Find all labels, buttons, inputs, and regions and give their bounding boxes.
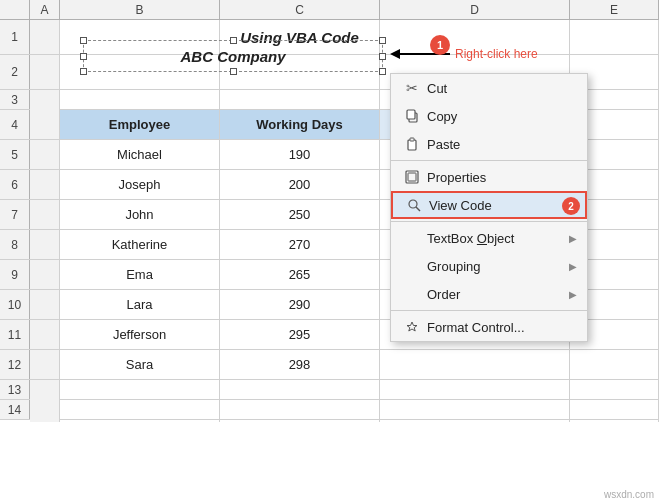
cell-4b-employee: Employee xyxy=(60,110,220,139)
svg-rect-3 xyxy=(410,138,414,141)
cell-12b: Sara xyxy=(60,350,220,379)
menu-view-code-label: View Code xyxy=(429,198,575,213)
menu-item-textbox-object[interactable]: TextBox Object ▶ xyxy=(391,224,587,252)
spreadsheet: A B C D E 1 Using VBA Code 2 3 xyxy=(0,0,659,503)
properties-icon xyxy=(401,170,423,184)
row-num-12: 12 xyxy=(0,350,30,379)
cell-6a xyxy=(30,170,60,199)
textbox-object-arrow-icon: ▶ xyxy=(569,233,577,244)
menu-item-view-code[interactable]: View Code 2 xyxy=(391,191,587,219)
col-header-b: B xyxy=(60,0,220,19)
cell-13e xyxy=(570,380,659,402)
paste-icon xyxy=(401,137,423,151)
abc-company-textbox[interactable]: ABC Company xyxy=(83,40,383,72)
cell-14c xyxy=(220,400,380,422)
format-control-icon xyxy=(401,320,423,334)
badge-2: 2 xyxy=(562,197,580,215)
row-num-7: 7 xyxy=(0,200,30,229)
cell-7c: 250 xyxy=(220,200,380,229)
cell-13b xyxy=(60,380,220,402)
menu-divider-2 xyxy=(391,221,587,222)
grouping-arrow-icon: ▶ xyxy=(569,261,577,272)
row-num-10: 10 xyxy=(0,290,30,319)
row-num-13: 13 xyxy=(0,380,30,399)
arrowhead-icon xyxy=(390,49,400,59)
row-num-11: 11 xyxy=(0,320,30,349)
row-num-2: 2 xyxy=(0,55,30,89)
row-num-14: 14 xyxy=(0,400,30,419)
watermark: wsxdn.com xyxy=(604,489,654,500)
menu-grouping-label: Grouping xyxy=(427,259,569,274)
svg-rect-1 xyxy=(407,110,415,119)
menu-item-properties[interactable]: Properties xyxy=(391,163,587,191)
menu-divider-1 xyxy=(391,160,587,161)
cell-10c: 290 xyxy=(220,290,380,319)
menu-item-grouping[interactable]: Grouping ▶ xyxy=(391,252,587,280)
row-14: 14 xyxy=(0,400,659,420)
corner-cell xyxy=(0,0,30,19)
badge-1: 1 xyxy=(430,35,450,55)
cut-icon: ✂ xyxy=(401,80,423,96)
cell-12a xyxy=(30,350,60,379)
cell-5a xyxy=(30,140,60,169)
col-header-d: D xyxy=(380,0,570,19)
menu-order-label: Order xyxy=(427,287,569,302)
col-header-a: A xyxy=(30,0,60,19)
cell-14d xyxy=(380,400,570,422)
cell-6b-joseph: Joseph xyxy=(60,170,220,199)
cell-11b-jefferson: Jefferson xyxy=(60,320,220,349)
cell-13c xyxy=(220,380,380,402)
menu-cut-label: Cut xyxy=(427,81,577,96)
cell-3c xyxy=(220,90,380,112)
cell-14b xyxy=(60,400,220,422)
row-num-1: 1 xyxy=(0,20,30,54)
cell-4a xyxy=(30,110,60,139)
cell-8c: 270 xyxy=(220,230,380,259)
cell-13a xyxy=(30,380,60,402)
cell-10b: Lara xyxy=(60,290,220,319)
textbox-abc-label: ABC Company xyxy=(180,48,285,65)
menu-format-control-label: Format Control... xyxy=(427,320,577,335)
svg-rect-5 xyxy=(408,173,416,181)
row-13: 13 xyxy=(0,380,659,400)
menu-item-format-control[interactable]: Format Control... xyxy=(391,313,587,341)
row-num-3: 3 xyxy=(0,90,30,109)
menu-item-paste[interactable]: Paste xyxy=(391,130,587,158)
cell-5c: 190 xyxy=(220,140,380,169)
handle-top-right[interactable] xyxy=(379,37,386,44)
menu-item-copy[interactable]: Copy xyxy=(391,102,587,130)
cell-4c-working-days: Working Days xyxy=(220,110,380,139)
menu-item-cut[interactable]: ✂ Cut xyxy=(391,74,587,102)
handle-bot-mid[interactable] xyxy=(230,68,237,75)
cell-9c: 265 xyxy=(220,260,380,289)
cell-8a xyxy=(30,230,60,259)
handle-top-left[interactable] xyxy=(80,37,87,44)
menu-item-order[interactable]: Order ▶ xyxy=(391,280,587,308)
context-menu: ✂ Cut Copy Paste xyxy=(390,73,588,342)
row-num-8: 8 xyxy=(0,230,30,259)
cell-5b: Michael xyxy=(60,140,220,169)
cell-12e xyxy=(570,350,659,379)
menu-properties-label: Properties xyxy=(427,170,577,185)
handle-bot-right[interactable] xyxy=(379,68,386,75)
row-num-4: 4 xyxy=(0,110,30,139)
view-code-icon xyxy=(403,198,425,212)
cell-9a xyxy=(30,260,60,289)
cell-9b: Ema xyxy=(60,260,220,289)
cell-11a xyxy=(30,320,60,349)
handle-mid-right[interactable] xyxy=(379,53,386,60)
menu-paste-label: Paste xyxy=(427,137,577,152)
cell-12d xyxy=(380,350,570,379)
cell-6c: 200 xyxy=(220,170,380,199)
cell-13d xyxy=(380,380,570,402)
row-num-6: 6 xyxy=(0,170,30,199)
cell-14a xyxy=(30,400,60,422)
handle-mid-left[interactable] xyxy=(80,53,87,60)
handle-bot-left[interactable] xyxy=(80,68,87,75)
column-headers: A B C D E xyxy=(0,0,659,20)
handle-top-mid[interactable] xyxy=(230,37,237,44)
annotation-label: Right-click here xyxy=(455,47,538,61)
row-num-9: 9 xyxy=(0,260,30,289)
cell-2a xyxy=(30,55,60,89)
cell-11c: 295 xyxy=(220,320,380,349)
